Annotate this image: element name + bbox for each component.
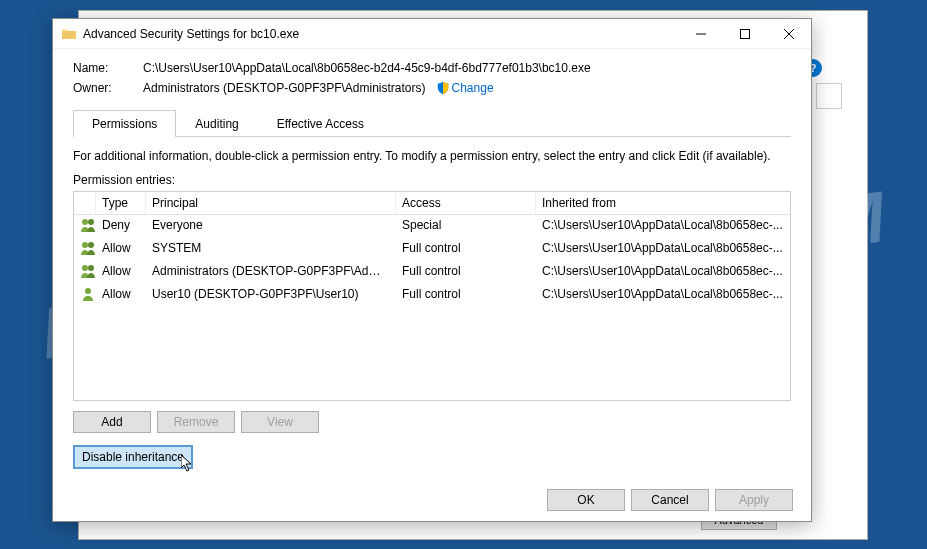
owner-label: Owner: xyxy=(73,81,143,95)
cell-inherited: C:\Users\User10\AppData\Local\8b0658ec-.… xyxy=(536,217,790,236)
svg-point-7 xyxy=(88,242,94,248)
owner-value: Administrators (DESKTOP-G0PF3PF\Administ… xyxy=(143,81,426,95)
cancel-button[interactable]: Cancel xyxy=(631,489,709,511)
window-title: Advanced Security Settings for bc10.exe xyxy=(83,27,679,41)
tab-permissions[interactable]: Permissions xyxy=(73,110,176,137)
dialog-content: Name: C:\Users\User10\AppData\Local\8b06… xyxy=(53,49,811,479)
view-button: View xyxy=(241,411,319,433)
col-type[interactable]: Type xyxy=(96,192,146,214)
cell-inherited: C:\Users\User10\AppData\Local\8b0658ec-.… xyxy=(536,240,790,259)
cell-type: Deny xyxy=(96,217,146,236)
cell-principal: Everyone xyxy=(146,217,396,236)
tab-strip: Permissions Auditing Effective Access xyxy=(73,109,791,137)
svg-point-6 xyxy=(82,242,88,248)
name-value: C:\Users\User10\AppData\Local\8b0658ec-b… xyxy=(143,61,591,75)
svg-point-5 xyxy=(88,219,94,225)
entry-buttons: Add Remove View xyxy=(73,411,791,433)
change-owner-link[interactable]: Change xyxy=(452,81,494,95)
cell-inherited: C:\Users\User10\AppData\Local\8b0658ec-.… xyxy=(536,263,790,282)
dialog-footer: OK Cancel Apply xyxy=(53,479,811,521)
tab-auditing[interactable]: Auditing xyxy=(176,110,257,137)
table-row[interactable]: AllowAdministrators (DESKTOP-G0PF3PF\Adm… xyxy=(74,261,790,284)
ok-button[interactable]: OK xyxy=(547,489,625,511)
col-inherited[interactable]: Inherited from xyxy=(536,192,790,214)
minimize-button[interactable] xyxy=(679,20,723,48)
titlebar: Advanced Security Settings for bc10.exe xyxy=(53,19,811,49)
cell-principal: User10 (DESKTOP-G0PF3PF\User10) xyxy=(146,286,396,305)
folder-icon xyxy=(61,26,77,42)
cell-access: Full control xyxy=(396,286,536,305)
user-icon xyxy=(80,287,96,301)
remove-button: Remove xyxy=(157,411,235,433)
svg-rect-1 xyxy=(741,29,750,38)
cell-access: Full control xyxy=(396,263,536,282)
svg-point-8 xyxy=(82,265,88,271)
col-principal[interactable]: Principal xyxy=(146,192,396,214)
group-icon xyxy=(80,264,96,278)
security-settings-dialog: Advanced Security Settings for bc10.exe … xyxy=(52,18,812,522)
maximize-button[interactable] xyxy=(723,20,767,48)
cell-type: Allow xyxy=(96,263,146,282)
disable-inheritance-button[interactable]: Disable inheritance xyxy=(73,445,193,469)
apply-button: Apply xyxy=(715,489,793,511)
add-button[interactable]: Add xyxy=(73,411,151,433)
window-controls xyxy=(679,20,811,48)
disable-inheritance-area: Disable inheritance xyxy=(73,445,193,469)
cell-principal: SYSTEM xyxy=(146,240,396,259)
col-icon[interactable] xyxy=(74,192,96,214)
owner-row: Owner: Administrators (DESKTOP-G0PF3PF\A… xyxy=(73,81,791,95)
table-row[interactable]: AllowUser10 (DESKTOP-G0PF3PF\User10)Full… xyxy=(74,284,790,307)
cell-access: Full control xyxy=(396,240,536,259)
cell-principal: Administrators (DESKTOP-G0PF3PF\Admini..… xyxy=(146,263,396,282)
svg-point-10 xyxy=(85,288,91,294)
table-header: Type Principal Access Inherited from xyxy=(74,192,790,215)
group-icon xyxy=(80,218,96,232)
permissions-table: Type Principal Access Inherited from Den… xyxy=(73,191,791,401)
svg-point-9 xyxy=(88,265,94,271)
table-body: DenyEveryoneSpecialC:\Users\User10\AppDa… xyxy=(74,215,790,307)
col-access[interactable]: Access xyxy=(396,192,536,214)
table-row[interactable]: AllowSYSTEMFull controlC:\Users\User10\A… xyxy=(74,238,790,261)
close-button[interactable] xyxy=(767,20,811,48)
entries-label: Permission entries: xyxy=(73,173,791,187)
cell-type: Allow xyxy=(96,286,146,305)
tab-effective-access[interactable]: Effective Access xyxy=(258,110,383,137)
group-icon xyxy=(80,241,96,255)
shield-icon xyxy=(436,81,450,95)
info-text: For additional information, double-click… xyxy=(73,149,791,163)
name-label: Name: xyxy=(73,61,143,75)
search-box[interactable] xyxy=(816,83,842,109)
name-row: Name: C:\Users\User10\AppData\Local\8b06… xyxy=(73,61,791,75)
cell-access: Special xyxy=(396,217,536,236)
cell-inherited: C:\Users\User10\AppData\Local\8b0658ec-.… xyxy=(536,286,790,305)
svg-point-4 xyxy=(82,219,88,225)
cell-type: Allow xyxy=(96,240,146,259)
table-row[interactable]: DenyEveryoneSpecialC:\Users\User10\AppDa… xyxy=(74,215,790,238)
